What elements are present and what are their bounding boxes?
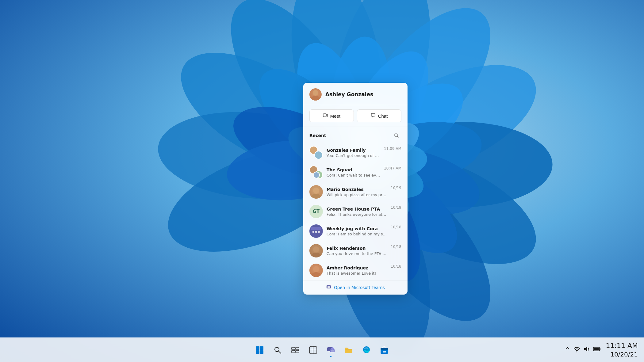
conv-avatar [309, 264, 323, 277]
svg-point-44 [311, 96, 320, 101]
conv-content: Mario Gonzales Will pick up pizza after … [327, 187, 387, 197]
teams-chat-button[interactable] [323, 342, 339, 358]
list-item[interactable]: Mario Gonzales Will pick up pizza after … [303, 182, 408, 202]
search-button-taskbar[interactable] [270, 342, 285, 358]
conv-time: 10:47 AM [384, 166, 401, 170]
chat-panel: Ashley Gonzales Meet Chat [303, 83, 408, 295]
conv-avatar-calendar [309, 224, 323, 238]
conv-time: 10/18 [391, 245, 401, 249]
svg-rect-70 [296, 347, 299, 350]
clock-date: 10/20/21 [606, 350, 638, 358]
start-button[interactable] [252, 342, 267, 358]
search-button[interactable] [392, 131, 401, 140]
conv-name: Felix Henderson [327, 246, 387, 251]
conv-preview: Felix: Thanks everyone for attending tod… [327, 212, 387, 217]
meet-button[interactable]: Meet [309, 109, 354, 122]
battery-icon[interactable] [593, 346, 601, 354]
svg-point-78 [331, 347, 334, 350]
panel-header: Ashley Gonzales [303, 83, 408, 105]
list-item[interactable]: Weekly jog with Cora Cora: I am so behin… [303, 221, 408, 241]
svg-rect-53 [311, 228, 321, 230]
taskbar: ^ [0, 337, 644, 362]
desktop: Ashley Gonzales Meet Chat [0, 0, 644, 362]
conv-name: Amber Rodriguez [327, 265, 387, 270]
conv-preview: Can you drive me to the PTA today? [327, 251, 387, 256]
meet-icon [323, 113, 328, 119]
conv-time: 10/19 [391, 205, 401, 210]
conv-time: 10/18 [391, 225, 401, 229]
widgets-button[interactable] [305, 342, 321, 358]
list-item[interactable]: GT Green Tree House PTA Felix: Thanks ev… [303, 202, 408, 221]
conv-content: The Squad Cora: Can't wait to see everyo… [327, 167, 380, 177]
svg-rect-55 [315, 231, 317, 233]
open-teams-footer[interactable]: Open in Microsoft Teams [303, 280, 408, 295]
clock-time: 11:11 AM [606, 341, 638, 350]
conv-preview: That is awesome! Love it! [327, 271, 387, 276]
svg-point-45 [313, 90, 318, 96]
conv-time: 10/19 [391, 186, 401, 190]
conv-content: Green Tree House PTA Felix: Thanks every… [327, 207, 387, 217]
chat-icon [370, 113, 375, 119]
conv-content: Felix Henderson Can you drive me to the … [327, 246, 387, 256]
svg-rect-79 [331, 350, 334, 352]
conv-preview: Will pick up pizza after my practice. [327, 192, 387, 197]
group-avatar [309, 166, 323, 179]
list-item[interactable]: The Squad Cora: Can't wait to see everyo… [303, 162, 408, 182]
svg-point-60 [311, 272, 321, 277]
conversation-list: Gonzales Family You: Can't get enough of… [303, 143, 408, 280]
conv-time: 11:09 AM [384, 147, 401, 151]
recent-label: Recent [309, 133, 326, 138]
volume-icon[interactable] [583, 346, 590, 354]
svg-rect-66 [260, 350, 263, 354]
svg-point-58 [311, 253, 321, 257]
conv-avatar [309, 185, 323, 199]
svg-rect-54 [312, 231, 314, 233]
conv-name: Gonzales Family [327, 148, 380, 153]
conv-time: 10/18 [391, 264, 401, 269]
wifi-icon[interactable] [573, 346, 580, 354]
conv-name: Mario Gonzales [327, 187, 387, 192]
conv-preview: You: Can't get enough of her. [327, 153, 380, 158]
list-item[interactable]: Amber Rodriguez That is awesome! Love it… [303, 261, 408, 280]
svg-rect-87 [600, 348, 600, 350]
edge-button[interactable] [359, 342, 374, 358]
conv-content: Gonzales Family You: Can't get enough of… [327, 148, 380, 158]
svg-point-84 [576, 352, 577, 352]
svg-rect-71 [292, 350, 295, 353]
svg-rect-64 [260, 346, 263, 350]
svg-rect-62 [328, 286, 330, 288]
list-item[interactable]: Gonzales Family You: Can't get enough of… [303, 143, 408, 162]
svg-point-50 [311, 194, 321, 199]
conv-name: The Squad [327, 167, 380, 172]
teams-icon [326, 284, 332, 291]
list-item[interactable]: Felix Henderson Can you drive me to the … [303, 241, 408, 261]
svg-point-49 [313, 188, 319, 194]
taskbar-right: ^ [565, 341, 638, 358]
conv-preview: Cora: I am so behind on my step goals. [327, 232, 387, 236]
system-tray: ^ [565, 346, 601, 354]
meet-button-label: Meet [330, 113, 340, 119]
conv-content: Weekly jog with Cora Cora: I am so behin… [327, 226, 387, 236]
svg-line-48 [397, 136, 398, 137]
svg-line-68 [278, 351, 281, 353]
conv-avatar-initials: GT [309, 205, 323, 218]
open-teams-label: Open in Microsoft Teams [334, 285, 385, 290]
svg-rect-69 [292, 347, 295, 350]
chat-button[interactable]: Chat [357, 109, 401, 122]
conv-name: Green Tree House PTA [327, 207, 387, 211]
user-name: Ashley Gonzales [325, 91, 373, 97]
svg-rect-72 [296, 350, 299, 353]
task-view-button[interactable] [288, 342, 303, 358]
conv-name: Weekly jog with Cora [327, 226, 387, 231]
file-explorer-button[interactable] [341, 342, 356, 358]
svg-rect-86 [594, 348, 599, 351]
chevron-icon[interactable]: ^ [565, 346, 570, 354]
group-avatar [309, 146, 323, 159]
svg-rect-82 [381, 348, 388, 350]
conv-preview: Cora: Can't wait to see everyone! [327, 173, 380, 177]
svg-point-57 [313, 246, 319, 253]
store-button[interactable] [377, 342, 392, 358]
svg-point-59 [313, 266, 319, 272]
system-clock[interactable]: 11:11 AM 10/20/21 [606, 341, 638, 358]
conv-content: Amber Rodriguez That is awesome! Love it… [327, 265, 387, 276]
